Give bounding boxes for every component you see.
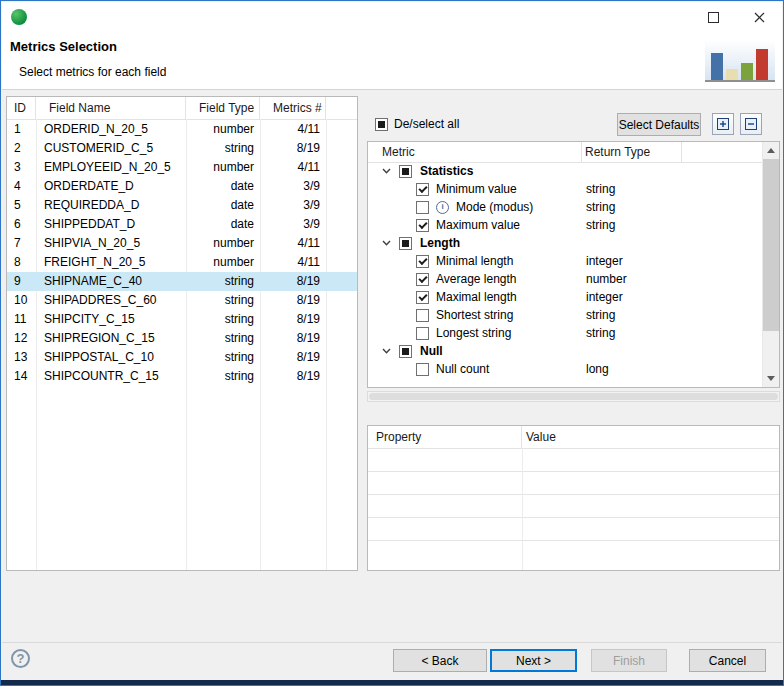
checkbox-icon[interactable]: [375, 118, 388, 131]
cell-id: 10: [7, 291, 36, 310]
cell-field-type: date: [186, 215, 260, 234]
wizard-header: Metrics Selection Select metrics for eac…: [2, 32, 782, 90]
column-header-value[interactable]: Value: [522, 426, 779, 448]
cell-field-name: SHIPREGION_C_15: [36, 329, 186, 348]
column-header-filler: [326, 97, 357, 119]
collapse-all-button[interactable]: [740, 113, 762, 135]
cell-field-name: SHIPNAME_C_40: [36, 272, 186, 291]
field-row-shippostal-c-10[interactable]: 13SHIPPOSTAL_C_10string8/19: [7, 348, 357, 367]
property-row[interactable]: [368, 495, 779, 518]
back-button[interactable]: < Back: [393, 649, 487, 672]
cell-field-type: string: [186, 367, 260, 386]
metric-checkbox[interactable]: [416, 309, 429, 322]
scrollbar-thumb[interactable]: [369, 393, 778, 400]
cell-metrics-count: 8/19: [260, 291, 326, 310]
column-header-id[interactable]: ID: [7, 97, 36, 119]
close-button[interactable]: [736, 2, 782, 32]
metric-checkbox[interactable]: [416, 255, 429, 268]
cell-metrics-count: 3/9: [260, 196, 326, 215]
metric-group-length[interactable]: Length: [368, 234, 762, 252]
vertical-scrollbar[interactable]: [762, 142, 779, 387]
field-row-orderid-n-20-5[interactable]: 1ORDERID_N_20_5number4/11: [7, 120, 357, 139]
property-row[interactable]: [368, 472, 779, 495]
expand-all-button[interactable]: [712, 113, 734, 135]
column-header-field-name[interactable]: Field Name: [36, 97, 186, 119]
cell-metrics-count: 4/11: [260, 234, 326, 253]
metric-item-longest-string[interactable]: Longest stringstring: [368, 324, 762, 342]
metric-checkbox[interactable]: [416, 273, 429, 286]
metric-item-shortest-string[interactable]: Shortest stringstring: [368, 306, 762, 324]
metric-item-mode-modus[interactable]: iMode (modus)string: [368, 198, 762, 216]
column-header-return-type[interactable]: Return Type: [582, 142, 682, 162]
cell-field-type: date: [186, 177, 260, 196]
metric-label: Maximal length: [436, 290, 517, 304]
cancel-button[interactable]: Cancel: [689, 649, 766, 672]
field-row-freight-n-20-5[interactable]: 8FREIGHT_N_20_5number4/11: [7, 253, 357, 272]
column-header-metric[interactable]: Metric: [368, 142, 582, 162]
scroll-up-icon[interactable]: [767, 148, 775, 153]
metric-group-null[interactable]: Null: [368, 342, 762, 360]
cell-field-name: REQUIREDDA_D: [36, 196, 186, 215]
help-button[interactable]: ?: [11, 649, 30, 668]
metric-return-type: number: [586, 272, 627, 286]
cell-id: 1: [7, 120, 36, 139]
property-row[interactable]: [368, 449, 779, 472]
metric-item-average-length[interactable]: Average lengthnumber: [368, 270, 762, 288]
metrics-tree: Metric Return Type StatisticsMinimum val…: [367, 141, 780, 388]
deselect-all-checkbox[interactable]: De/select all: [375, 116, 459, 132]
metric-item-minimum-value[interactable]: Minimum valuestring: [368, 180, 762, 198]
metric-checkbox[interactable]: [416, 219, 429, 232]
group-checkbox[interactable]: [399, 165, 412, 178]
cell-id: 4: [7, 177, 36, 196]
field-row-requiredda-d[interactable]: 5REQUIREDDA_Ddate3/9: [7, 196, 357, 215]
field-row-shipaddres-c-60[interactable]: 10SHIPADDRES_C_60string8/19: [7, 291, 357, 310]
field-row-customerid-c-5[interactable]: 2CUSTOMERID_C_5string8/19: [7, 139, 357, 158]
select-defaults-button[interactable]: Select Defaults: [617, 113, 701, 136]
help-icon: ?: [17, 652, 25, 665]
field-row-shipvia-n-20-5[interactable]: 7SHIPVIA_N_20_5number4/11: [7, 234, 357, 253]
metric-item-maximum-value[interactable]: Maximum valuestring: [368, 216, 762, 234]
metric-item-minimal-length[interactable]: Minimal lengthinteger: [368, 252, 762, 270]
metric-checkbox[interactable]: [416, 183, 429, 196]
metric-label: Longest string: [436, 326, 511, 340]
metric-checkbox[interactable]: [416, 363, 429, 376]
column-header-property[interactable]: Property: [368, 426, 522, 448]
chevron-down-icon[interactable]: [382, 348, 391, 354]
field-row-shipcity-c-15[interactable]: 11SHIPCITY_C_15string8/19: [7, 310, 357, 329]
scroll-down-icon[interactable]: [767, 376, 775, 381]
scrollbar-thumb[interactable]: [763, 159, 779, 331]
group-checkbox[interactable]: [399, 237, 412, 250]
column-header-metrics[interactable]: Metrics #: [260, 97, 326, 119]
titlebar[interactable]: [2, 2, 782, 32]
next-button[interactable]: Next >: [490, 649, 577, 672]
cell-id: 5: [7, 196, 36, 215]
column-header-field-type[interactable]: Field Type: [186, 97, 260, 119]
collapse-all-icon: [744, 117, 758, 131]
field-row-employeeid-n-20-5[interactable]: 3EMPLOYEEID_N_20_5number4/11: [7, 158, 357, 177]
field-row-shippeddat-d[interactable]: 6SHIPPEDDAT_Ddate3/9: [7, 215, 357, 234]
field-row-shipname-c-40[interactable]: 9SHIPNAME_C_40string8/19: [7, 272, 357, 291]
metric-group-statistics[interactable]: Statistics: [368, 162, 762, 180]
app-logo-icon: [11, 9, 27, 25]
metric-checkbox[interactable]: [416, 327, 429, 340]
chart-bar: [711, 53, 723, 80]
field-row-shipregion-c-15[interactable]: 12SHIPREGION_C_15string8/19: [7, 329, 357, 348]
cell-field-name: ORDERDATE_D: [36, 177, 186, 196]
close-icon: [754, 12, 765, 23]
maximize-button[interactable]: [690, 2, 736, 32]
cell-id: 9: [7, 272, 36, 291]
metric-label: Null count: [436, 362, 489, 376]
property-row[interactable]: [368, 518, 779, 541]
metric-checkbox[interactable]: [416, 291, 429, 304]
horizontal-scrollbar[interactable]: [367, 391, 780, 402]
field-row-orderdate-d[interactable]: 4ORDERDATE_Ddate3/9: [7, 177, 357, 196]
chevron-down-icon[interactable]: [382, 168, 391, 174]
chevron-down-icon[interactable]: [382, 240, 391, 246]
metric-item-maximal-length[interactable]: Maximal lengthinteger: [368, 288, 762, 306]
group-checkbox[interactable]: [399, 345, 412, 358]
metric-item-null-count[interactable]: Null countlong: [368, 360, 762, 378]
metric-return-type: string: [586, 200, 615, 214]
metric-checkbox[interactable]: [416, 201, 429, 214]
field-row-shipcountr-c-15[interactable]: 14SHIPCOUNTR_C_15string8/19: [7, 367, 357, 386]
expand-all-icon: [716, 117, 730, 131]
